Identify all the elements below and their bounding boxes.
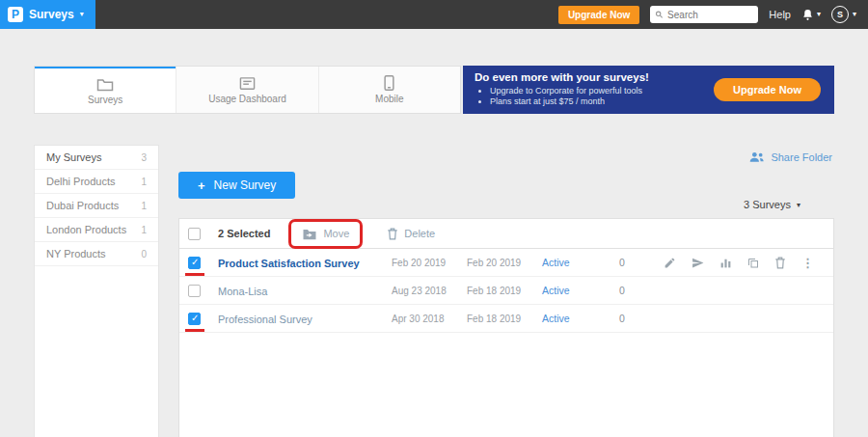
folder-count: 3 [141,152,147,163]
folder-count: 1 [141,225,147,235]
new-survey-label: New Survey [214,178,277,192]
avatar: S [831,6,849,23]
folder-count: 1 [141,201,147,211]
tab-mobile[interactable]: Mobile [318,67,460,113]
sidebar-item-my-surveys[interactable]: My Surveys 3 [35,146,158,170]
checkbox-cell [188,313,218,325]
modified-date: Feb 20 2019 [467,258,542,268]
product-menu-label: Surveys [29,8,74,21]
tab-label: Surveys [88,95,122,105]
trash-icon[interactable] [774,257,786,269]
view-tabs: Surveys Usage Dashboard Mobile [34,66,461,114]
folder-label: Dubai Products [46,200,119,211]
created-date: Feb 20 2019 [392,258,467,268]
bell-icon [801,9,814,21]
copy-icon[interactable] [747,257,759,269]
proprofs-logo-icon: P [8,7,23,22]
sidebar-item-delhi-products[interactable]: Delhi Products 1 [35,170,158,194]
search-box [650,6,758,23]
title-cell: Professional Survey [218,310,392,327]
edit-icon[interactable] [664,257,676,269]
row-checkbox[interactable] [188,285,201,297]
annotation-underline [185,329,204,332]
trash-icon [387,228,398,240]
survey-title-link[interactable]: Mona-Lisa [218,286,267,297]
surveys-count-label: 3 Surveys [744,199,791,210]
dashboard-icon [239,76,256,91]
created-date: Aug 23 2018 [392,286,467,296]
mobile-icon [384,75,394,91]
share-people-icon [749,151,765,163]
responses-count: 0 [619,313,660,324]
delete-button[interactable]: Delete [387,228,435,240]
move-button[interactable]: Move [295,224,356,244]
folder-icon [96,77,114,92]
notifications-button[interactable]: ▾ [801,9,821,21]
row-actions: ⋮ [660,256,833,270]
chevron-down-icon: ▾ [80,11,84,18]
surveys-table: 2 Selected Move Delete Product Satisfact… [178,218,834,437]
screen: P Surveys ▾ Upgrade Now Help ▾ S ▾ Surve [0,0,868,437]
sidebar-item-ny-products[interactable]: NY Products 0 [35,242,158,266]
tab-surveys[interactable]: Surveys [35,67,176,113]
search-icon [655,10,664,19]
modified-date: Feb 18 2019 [467,314,542,324]
survey-title-link[interactable]: Product Satisfaction Survey [218,258,360,269]
folders-sidebar: My Surveys 3 Delhi Products 1 Dubai Prod… [34,145,159,437]
account-menu[interactable]: S ▾ [831,6,856,23]
folder-count: 1 [141,177,147,187]
folder-label: NY Products [46,248,106,259]
search-input[interactable] [667,10,753,20]
move-label: Move [323,228,349,239]
table-row: Mona-Lisa Aug 23 2018 Feb 18 2019 Active… [179,277,833,305]
promo-banner: Do even more with your surveys! Upgrade … [463,66,834,114]
responses-count: 0 [619,257,660,268]
chevron-down-icon: ▾ [817,11,821,18]
title-cell: Mona-Lisa [218,282,392,299]
plus-icon: + [198,179,205,192]
checkbox-cell [188,257,218,269]
status-text: Active [542,285,619,296]
product-menu[interactable]: P Surveys ▾ [0,0,95,29]
sidebar-item-london-products[interactable]: London Products 1 [35,218,158,242]
sidebar-item-dubai-products[interactable]: Dubai Products 1 [35,194,158,218]
chevron-down-icon: ▾ [797,201,800,209]
folder-label: London Products [46,224,126,235]
folder-label: My Surveys [46,151,101,163]
title-cell: Product Satisfaction Survey [218,254,392,271]
table-row: Professional Survey Apr 30 2018 Feb 18 2… [179,305,833,333]
tab-label: Mobile [375,94,403,104]
annotation-underline [185,273,204,276]
topbar: P Surveys ▾ Upgrade Now Help ▾ S ▾ [0,0,868,29]
surveys-count-dropdown[interactable]: 3 Surveys ▾ [744,199,800,210]
status-text: Active [542,313,619,324]
created-date: Apr 30 2018 [392,314,467,324]
send-icon[interactable] [692,257,704,269]
more-options-icon[interactable]: ⋮ [801,256,814,270]
help-link[interactable]: Help [769,9,791,20]
banner-upgrade-button[interactable]: Upgrade Now [714,78,821,101]
modified-date: Feb 18 2019 [467,286,542,296]
selection-toolbar: 2 Selected Move Delete [179,219,833,249]
new-survey-button[interactable]: + New Survey [178,172,295,199]
row-checkbox[interactable] [188,257,201,269]
share-folder-link[interactable]: Share Folder [749,151,832,163]
status-text: Active [542,257,619,268]
row-checkbox[interactable] [188,313,201,325]
topbar-right: Upgrade Now Help ▾ S ▾ [558,6,868,24]
move-button-wrap: Move [295,224,356,244]
folder-count: 0 [141,249,147,259]
share-folder-label: Share Folder [771,151,832,163]
folder-label: Delhi Products [46,176,116,187]
select-all-checkbox[interactable] [188,228,201,240]
checkbox-cell [188,285,218,297]
survey-title-link[interactable]: Professional Survey [218,314,312,325]
stats-icon[interactable] [719,257,732,269]
tab-label: Usage Dashboard [208,94,286,104]
selected-count-label: 2 Selected [218,228,270,239]
tab-usage-dashboard[interactable]: Usage Dashboard [176,67,317,113]
table-row: Product Satisfaction Survey Feb 20 2019 … [179,249,833,277]
upgrade-now-button[interactable]: Upgrade Now [558,6,639,24]
responses-count: 0 [619,285,660,296]
delete-label: Delete [404,228,435,239]
